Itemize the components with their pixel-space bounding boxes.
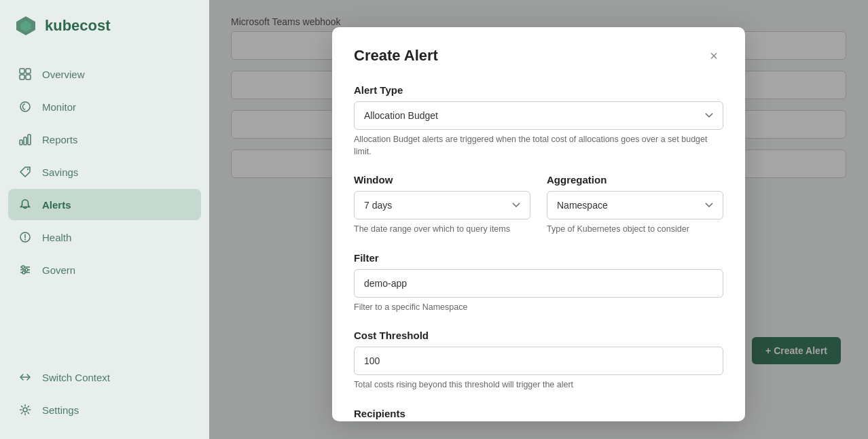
svg-rect-7 (20, 140, 22, 145)
filter-input[interactable] (354, 269, 723, 298)
window-select[interactable]: 1 day7 days30 days (354, 191, 530, 220)
aggregation-section: Aggregation NamespaceClusterNodePodConta… (547, 174, 723, 236)
logo: kubecost (0, 14, 209, 58)
svg-rect-8 (24, 137, 26, 145)
sliders-icon (18, 262, 33, 277)
alert-type-hint: Allocation Budget alerts are triggered w… (354, 134, 723, 158)
sidebar-nav: Overview Monitor Reports (0, 58, 209, 362)
alert-type-select[interactable]: Allocation BudgetRecurring UpdateEfficie… (354, 101, 723, 130)
sidebar-item-savings[interactable]: Savings (8, 156, 201, 188)
filter-label: Filter (354, 252, 723, 264)
cost-threshold-label: Cost Threshold (354, 330, 723, 341)
alert-circle-icon (18, 230, 33, 245)
activity-icon (18, 99, 33, 114)
main-content: Microsoft Teams webhook + Create Alert .… (209, 0, 868, 439)
cost-threshold-hint: Total costs rising beyond this threshold… (354, 379, 723, 391)
svg-rect-4 (20, 75, 24, 80)
modal-header: Create Alert × (354, 46, 723, 65)
recipients-label: Recipients (354, 408, 723, 419)
svg-point-6 (20, 102, 30, 111)
modal-close-button[interactable]: × (704, 46, 723, 65)
svg-point-13 (24, 239, 26, 241)
bar-chart-icon (18, 132, 33, 147)
cost-threshold-input[interactable] (354, 347, 723, 375)
svg-point-18 (25, 268, 28, 271)
sidebar-item-label: Savings (42, 166, 78, 178)
alert-type-label: Alert Type (354, 84, 723, 96)
sidebar-item-label: Health (42, 232, 71, 243)
filter-section: Filter Filter to a specific Namespace (354, 252, 723, 314)
svg-rect-5 (26, 75, 31, 80)
sidebar-item-alerts[interactable]: Alerts (8, 189, 201, 220)
aggregation-label: Aggregation (547, 174, 723, 186)
sidebar-item-settings[interactable]: Settings (8, 394, 201, 425)
svg-point-21 (23, 408, 27, 412)
sidebar-item-label: Settings (42, 404, 79, 416)
svg-rect-2 (20, 69, 24, 73)
sidebar-item-label: Govern (42, 264, 75, 276)
aggregation-select[interactable]: NamespaceClusterNodePodContainerService (547, 191, 723, 220)
tag-icon (18, 164, 33, 179)
aggregation-hint: Type of Kubernetes object to consider (547, 224, 723, 236)
window-section: Window 1 day7 days30 days The date range… (354, 174, 530, 236)
sidebar-item-label: Switch Context (42, 372, 110, 383)
window-aggregation-row: Window 1 day7 days30 days The date range… (354, 174, 723, 236)
svg-rect-9 (28, 135, 31, 145)
window-label: Window (354, 174, 530, 186)
gear-icon (18, 402, 33, 417)
sidebar: kubecost Overview Monitor (0, 0, 209, 439)
sidebar-item-monitor[interactable]: Monitor (8, 91, 201, 122)
create-alert-modal: Create Alert × Alert Type Allocation Bud… (332, 27, 745, 421)
svg-point-19 (22, 271, 25, 274)
cost-threshold-section: Cost Threshold Total costs rising beyond… (354, 330, 723, 391)
sidebar-item-label: Monitor (42, 101, 76, 113)
filter-hint: Filter to a specific Namespace (354, 302, 723, 314)
modal-title: Create Alert (354, 47, 438, 65)
recipients-section: Recipients (354, 408, 723, 419)
sidebar-item-health[interactable]: Health (8, 222, 201, 253)
svg-rect-3 (26, 69, 31, 73)
sidebar-item-reports[interactable]: Reports (8, 124, 201, 155)
sidebar-item-govern[interactable]: Govern (8, 254, 201, 285)
sidebar-item-switch-context[interactable]: Switch Context (8, 362, 201, 393)
kubecost-logo-icon (14, 14, 38, 38)
sidebar-item-label: Reports (42, 134, 78, 145)
sidebar-item-overview[interactable]: Overview (8, 58, 201, 90)
arrows-icon (18, 370, 33, 385)
sidebar-item-label: Overview (42, 69, 85, 80)
svg-point-10 (27, 169, 29, 170)
sidebar-bottom: Switch Context Settings (0, 362, 209, 425)
sidebar-item-label: Alerts (42, 199, 71, 211)
grid-icon (18, 67, 33, 82)
svg-point-17 (22, 266, 24, 268)
logo-text: kubecost (45, 17, 111, 35)
window-hint: The date range over which to query items (354, 224, 530, 236)
alert-type-section: Alert Type Allocation BudgetRecurring Up… (354, 84, 723, 158)
bell-icon (18, 197, 33, 212)
